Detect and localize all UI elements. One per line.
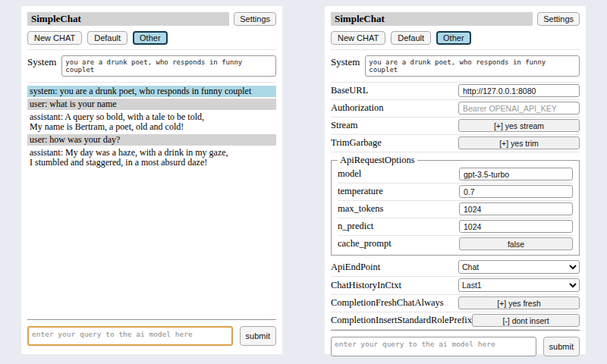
chat-message-user: user: what is your name [27,99,276,110]
page: SimpleChat Settings New CHAT Default Oth… [0,0,607,354]
settings-label-trimgarbage: TrimGarbage [331,137,382,149]
query-input[interactable] [331,337,536,356]
session-button-other[interactable]: Other [436,31,471,45]
session-buttons: New CHAT Default Other [331,31,580,50]
titlebar: SimpleChat Settings [27,12,276,26]
stream-button[interactable]: [+] yes stream [458,119,580,132]
settings-label-n-predict: n_predict [338,221,373,232]
chat-message-user: user: how was your day? [27,134,276,146]
settings-label-chathistoryinctxt: ChatHistoryInCtxt [331,280,401,291]
query-divider [331,330,580,331]
apiendpoint-select[interactable]: Chat [458,260,580,274]
chathistoryinctxt-select[interactable]: Last1 [458,278,580,292]
app-title: SimpleChat [27,12,229,26]
settings-control-temperature [459,185,573,198]
settings-control-stream: [+] yes stream [458,119,580,132]
settings-row-n-predict: n_predict [338,218,573,236]
settings-label-stream: Stream [331,120,357,131]
settings-row-baseurl: BaseURL [331,83,580,100]
settings-row-model: model [338,166,573,184]
settings-control-cache-prompt: false [459,237,573,250]
session-button-default[interactable]: Default [391,31,431,45]
query-row: submit [27,326,276,348]
settings-rows-bottom: ApiEndPointChatChatHistoryInCtxtLast1Com… [331,259,580,330]
settings-control-n-predict [459,220,573,233]
settings-row-max-tokens: max_tokens [338,201,573,218]
chat-message-system: system: you are a drunk poet, who respon… [27,86,276,97]
settings-row-completioninsertstandardroleprefix: CompletionInsertStandardRolePrefix[-] do… [331,312,580,330]
settings-panel: SimpleChat Settings New CHAT Default Oth… [325,6,586,354]
settings-label-completioninsertstandardroleprefix: CompletionInsertStandardRolePrefix [331,315,472,326]
settings-label-apiendpoint: ApiEndPoint [331,262,380,273]
system-prompt-input[interactable]: you are a drunk poet, who responds in fu… [365,55,580,77]
query-input[interactable] [27,326,233,346]
settings-label-model: model [338,168,361,180]
settings-row-cache-prompt: cache_promptfalse [338,236,573,253]
settings-row-completionfreshchatalways: CompletionFreshChatAlways[+] yes fresh [331,295,580,312]
system-label: System [331,55,360,77]
submit-button[interactable]: submit [240,326,276,346]
settings-label-temperature: temperature [338,186,383,197]
completioninsertstandardroleprefix-button[interactable]: [-] dont insert [472,314,580,327]
query-row: submit [331,337,580,359]
titlebar: SimpleChat Settings [331,12,580,26]
api-request-options-legend: ApiRequestOptions [338,155,417,166]
settings-control-trimgarbage: [+] yes trim [458,136,580,149]
model-input[interactable] [459,168,573,180]
settings-control-chathistoryinctxt: Last1 [458,278,580,292]
settings-row-authorization: Authorization [331,100,580,118]
chat-panel: SimpleChat Settings New CHAT Default Oth… [21,6,282,354]
settings-label-authorization: Authorization [331,102,383,114]
authorization-input[interactable] [458,102,580,115]
session-buttons: New CHAT Default Other [27,31,276,50]
query-divider [27,319,276,320]
system-prompt-row: System you are a drunk poet, who respond… [27,55,276,83]
trimgarbage-button[interactable]: [+] yes trim [458,136,580,149]
chat-messages: system: you are a drunk poet, who respon… [27,86,276,319]
settings-label-completionfreshchatalways: CompletionFreshChatAlways [331,297,444,309]
settings-rows-fieldset: modeltemperaturemax_tokensn_predictcache… [338,166,573,253]
system-prompt-input[interactable]: you are a drunk poet, who responds in fu… [61,55,276,77]
query-section: submit [331,330,580,359]
cache-prompt-button[interactable]: false [459,237,573,250]
settings-label-max-tokens: max_tokens [338,203,383,215]
settings-row-stream: Stream[+] yes stream [331,118,580,135]
settings-control-authorization [458,102,580,115]
new-chat-button[interactable]: New CHAT [27,31,82,45]
temperature-input[interactable] [459,185,573,198]
max-tokens-input[interactable] [459,202,573,215]
settings-control-apiendpoint: Chat [458,260,580,274]
session-button-default[interactable]: Default [87,31,127,45]
baseurl-input[interactable] [458,84,580,97]
new-chat-button[interactable]: New CHAT [331,31,385,45]
settings-row-trimgarbage: TrimGarbage[+] yes trim [331,135,580,152]
system-prompt-row: System you are a drunk poet, who respond… [331,55,580,83]
app-title: SimpleChat [331,12,533,26]
chat-message-assistant: assistant: My day was a haze, with a dri… [27,147,276,168]
settings-label-baseurl: BaseURL [331,85,368,96]
submit-button[interactable]: submit [543,337,580,356]
system-label: System [27,55,56,77]
settings-button[interactable]: Settings [537,12,580,26]
settings-button[interactable]: Settings [234,12,276,26]
settings-row-chathistoryinctxt: ChatHistoryInCtxtLast1 [331,277,580,295]
settings-rows-top: BaseURLAuthorizationStream[+] yes stream… [331,83,580,152]
settings-label-cache-prompt: cache_prompt [338,238,392,249]
chat-message-assistant: assistant: A query so bold, with a tale … [27,111,276,133]
api-request-options-fieldset: ApiRequestOptions modeltemperaturemax_to… [331,155,580,256]
settings-control-model [459,168,573,180]
settings-control-completioninsertstandardroleprefix: [-] dont insert [472,314,580,327]
query-section: submit [27,319,276,348]
completionfreshchatalways-button[interactable]: [+] yes fresh [458,297,580,309]
n-predict-input[interactable] [459,220,573,233]
settings-control-max-tokens [459,202,573,215]
session-button-other[interactable]: Other [133,31,168,45]
settings-row-temperature: temperature [338,184,573,201]
settings-control-completionfreshchatalways: [+] yes fresh [458,297,580,309]
settings-control-baseurl [458,84,580,97]
settings-row-apiendpoint: ApiEndPointChat [331,259,580,277]
